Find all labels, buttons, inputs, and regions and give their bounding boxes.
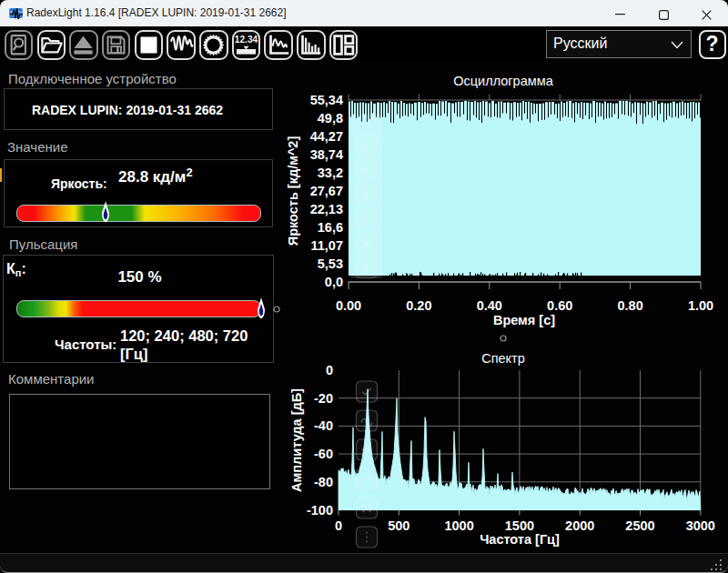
svg-text:0: 0	[326, 363, 333, 377]
svg-text:55,34: 55,34	[310, 93, 343, 107]
svg-text:2000: 2000	[565, 518, 594, 533]
svg-text:0.40: 0.40	[477, 298, 502, 313]
svg-text:Спектр: Спектр	[481, 351, 525, 366]
svg-text:Амплитуда [дБ]: Амплитуда [дБ]	[289, 388, 304, 492]
svg-text:500: 500	[388, 518, 410, 533]
svg-text:-20: -20	[314, 391, 333, 406]
svg-text:22,13: 22,13	[310, 202, 343, 216]
svg-text:16,6: 16,6	[318, 220, 343, 235]
svg-text:44,27: 44,27	[310, 129, 343, 144]
svg-text:11,07: 11,07	[311, 238, 344, 253]
svg-text:-100: -100	[307, 503, 333, 518]
svg-text:-60: -60	[314, 447, 333, 461]
svg-text:27,67: 27,67	[310, 184, 343, 198]
svg-text:38,74: 38,74	[310, 147, 343, 162]
svg-text:Осциллограмма: Осциллограмма	[453, 74, 553, 88]
svg-text:1.00: 1.00	[688, 298, 713, 313]
svg-text:2500: 2500	[625, 518, 654, 533]
svg-text:0.20: 0.20	[406, 298, 431, 313]
svg-text:0.00: 0.00	[336, 298, 361, 313]
svg-text:0,0: 0,0	[325, 275, 343, 289]
svg-text:1000: 1000	[444, 518, 473, 533]
svg-text:33,2: 33,2	[318, 166, 343, 180]
svg-text:1500: 1500	[505, 518, 534, 533]
svg-text:Яркость [кд/м^2]: Яркость [кд/м^2]	[286, 136, 300, 246]
svg-text:0.60: 0.60	[547, 298, 572, 313]
svg-text:3000: 3000	[686, 518, 715, 533]
svg-text:-80: -80	[314, 475, 333, 489]
svg-text:49,8: 49,8	[318, 111, 343, 126]
svg-text:Время [с]: Время [с]	[493, 313, 555, 327]
svg-text:Частота [Гц]: Частота [Гц]	[480, 532, 560, 547]
svg-text:0.80: 0.80	[617, 298, 642, 313]
svg-text:0: 0	[335, 518, 342, 533]
svg-text:5,53: 5,53	[318, 256, 343, 271]
svg-text:-40: -40	[314, 418, 333, 433]
svg-text:12.34: 12.34	[235, 35, 258, 45]
